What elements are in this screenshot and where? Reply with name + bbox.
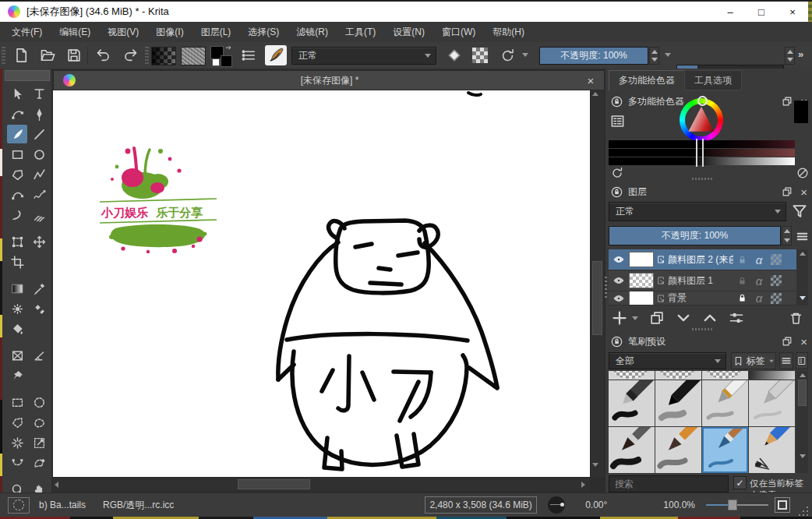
canvas-horizontal-scrollbar[interactable]	[53, 477, 590, 491]
menu-3[interactable]: 视图(V)	[99, 22, 147, 42]
alpha-lock-toggle[interactable]: α	[750, 273, 768, 289]
scroll-up-icon[interactable]	[592, 92, 598, 96]
assistants-tool[interactable]	[7, 346, 27, 365]
redo-button[interactable]	[120, 46, 140, 65]
poly-select-tool[interactable]	[7, 413, 27, 432]
dock-resize-dots[interactable]	[692, 178, 712, 180]
swap-colors-icon[interactable]	[224, 44, 234, 54]
brush-preset-pencil-blue[interactable]	[749, 427, 795, 473]
brush-preset-eraser-sliver[interactable]	[702, 371, 748, 380]
float-dock-icon[interactable]	[782, 186, 793, 197]
preset-scroll-thumb[interactable]	[798, 380, 807, 406]
layer-lock-toggle[interactable]	[733, 291, 750, 305]
layer-thumbnail[interactable]	[629, 273, 654, 288]
layer-list-scrollbar[interactable]	[796, 249, 808, 305]
float-dock-icon[interactable]	[782, 96, 793, 107]
shade-handle[interactable]	[696, 139, 704, 167]
save-button[interactable]	[64, 46, 84, 65]
brush-preset-watercolor[interactable]	[702, 427, 748, 473]
brush-preset-pen-white[interactable]	[702, 380, 748, 426]
patch-tool-tool[interactable]	[7, 299, 27, 318]
preset-view-menu-button[interactable]	[779, 352, 793, 369]
layer-row-1[interactable]: 颜料图层 2 (来自粘贴)α	[609, 249, 796, 270]
freehand-select-tool[interactable]	[29, 413, 49, 432]
zoom-slider[interactable]	[706, 500, 768, 510]
bezier-select-tool[interactable]	[7, 454, 27, 472]
scroll-down-icon[interactable]	[800, 296, 806, 300]
color-selector-settings-icon[interactable]	[610, 114, 625, 129]
inherit-alpha-toggle[interactable]	[768, 252, 785, 268]
current-color-swatch[interactable]	[794, 101, 808, 123]
background-color[interactable]	[221, 55, 232, 67]
layer-filter-icon[interactable]	[791, 203, 808, 220]
alpha-lock-toggle[interactable]: α	[750, 291, 768, 305]
smart-patch-tool[interactable]	[29, 299, 49, 318]
brush-preset-ink-pen-dark[interactable]	[609, 380, 655, 426]
opacity-spinner[interactable]	[649, 47, 659, 65]
layer-visibility-toggle[interactable]	[609, 291, 629, 305]
reload-dropdown-icon[interactable]	[522, 53, 528, 57]
toolbar-grip2[interactable]	[145, 47, 149, 64]
scroll-up-icon[interactable]	[800, 252, 806, 256]
duplicate-layer-button[interactable]	[649, 310, 665, 326]
layer-thumbnail[interactable]	[629, 252, 654, 267]
transform-tool[interactable]	[7, 232, 27, 251]
presets-header[interactable]: 笔刷预设 ×	[611, 334, 809, 349]
line-tool[interactable]	[29, 125, 49, 143]
color-sampler-tool[interactable]	[29, 279, 49, 298]
open-document-button[interactable]	[37, 46, 58, 65]
dock-resize-dots[interactable]	[692, 328, 712, 330]
layer-row-2[interactable]: 颜料图层 1α	[609, 270, 796, 291]
scroll-right-icon[interactable]	[581, 482, 585, 488]
layer-lock-toggle[interactable]	[733, 273, 750, 289]
menu-5[interactable]: 图层(L)	[192, 22, 240, 42]
menu-6[interactable]: 选择(S)	[239, 22, 288, 42]
move-layer-down-button[interactable]	[676, 310, 691, 326]
reset-colors[interactable]	[212, 58, 220, 66]
subwindow-close-button[interactable]: ×	[577, 74, 604, 87]
tab-tool-options[interactable]: 工具选项	[684, 70, 742, 90]
layer-options-icon[interactable]	[796, 230, 809, 243]
float-dock-icon[interactable]	[782, 336, 793, 347]
foreground-background-colors[interactable]	[210, 45, 234, 66]
add-layer-button[interactable]	[612, 310, 627, 326]
alpha-lock-toggle[interactable]: α	[750, 252, 768, 268]
close-button[interactable]: ×	[777, 2, 808, 22]
opacity-slider[interactable]: 不透明度: 100%	[539, 47, 648, 65]
rotation-angle[interactable]: 0.00°	[585, 500, 607, 510]
tab-advanced-color-selector[interactable]: 多功能拾色器	[609, 70, 685, 90]
menu-9[interactable]: 设置(N)	[384, 22, 433, 42]
vertical-scroll-thumb[interactable]	[592, 261, 602, 335]
dock-lock-icon[interactable]	[611, 336, 623, 348]
text-tool[interactable]	[29, 84, 49, 103]
inherit-alpha-toggle[interactable]	[768, 273, 785, 289]
blend-mode-combo[interactable]: 正常	[291, 47, 436, 65]
inherit-alpha-toggle[interactable]	[768, 291, 785, 305]
brush-info[interactable]: b) Ba...tails	[39, 500, 86, 510]
menu-8[interactable]: 工具(T)	[337, 22, 384, 42]
pattern-swatch[interactable]	[181, 47, 206, 65]
layer-opacity-slider[interactable]: 不透明度: 100%	[609, 226, 781, 245]
multibrush-tool[interactable]	[29, 206, 49, 224]
brush-settings-button[interactable]	[238, 46, 260, 65]
brush-preset-pen-silver[interactable]	[749, 380, 795, 426]
layer-properties-button[interactable]	[729, 310, 744, 326]
layer-thumbnail[interactable]	[629, 291, 654, 305]
preserve-alpha-button[interactable]	[472, 48, 488, 63]
layer-visibility-toggle[interactable]	[609, 252, 629, 268]
brush-preset-brush-dark[interactable]	[609, 427, 655, 473]
close-dock-icon[interactable]: ×	[800, 185, 807, 199]
gradient-swatch[interactable]	[151, 47, 176, 65]
layer-visibility-toggle[interactable]	[609, 273, 629, 289]
tag-search-checkbox[interactable]: ✓	[733, 476, 747, 489]
canvas[interactable]: 小刀娱乐 乐于分享	[53, 90, 590, 477]
preset-scrollbar[interactable]	[796, 371, 808, 473]
dock-lock-icon[interactable]	[611, 186, 623, 198]
bezier-curve-tool[interactable]	[7, 185, 27, 204]
layer-opacity-spinner[interactable]	[782, 226, 792, 245]
menu-10[interactable]: 窗口(W)	[433, 22, 484, 42]
layer-row-3[interactable]: 背景α	[609, 291, 796, 305]
maximize-button[interactable]: □	[746, 2, 777, 22]
preset-detail-button[interactable]	[796, 352, 808, 369]
new-document-button[interactable]	[11, 46, 31, 65]
